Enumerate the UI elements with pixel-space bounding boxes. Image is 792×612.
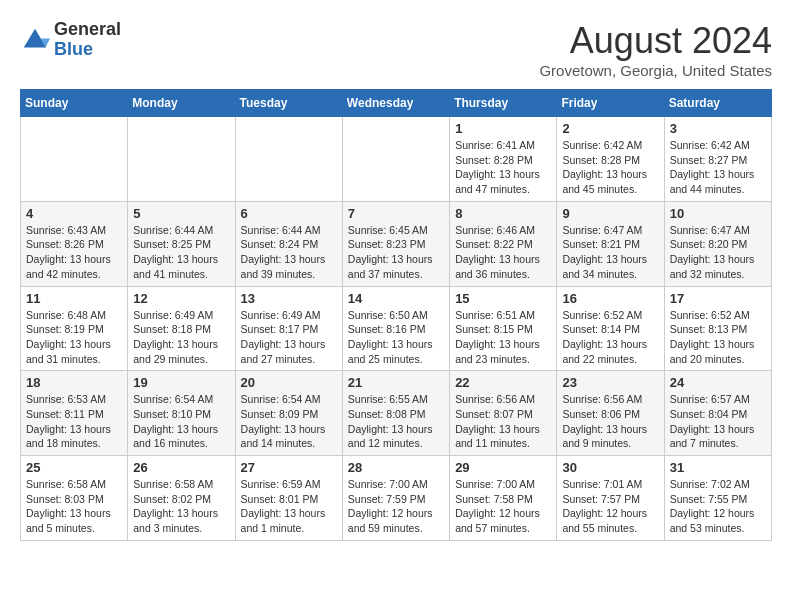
title-block: August 2024 Grovetown, Georgia, United S… [539, 20, 772, 79]
day-number: 4 [26, 206, 122, 221]
day-info: Sunrise: 6:55 AM Sunset: 8:08 PM Dayligh… [348, 392, 444, 451]
logo-blue: Blue [54, 40, 121, 60]
day-info: Sunrise: 6:56 AM Sunset: 8:06 PM Dayligh… [562, 392, 658, 451]
day-number: 24 [670, 375, 766, 390]
day-info: Sunrise: 6:53 AM Sunset: 8:11 PM Dayligh… [26, 392, 122, 451]
week-row-5: 25Sunrise: 6:58 AM Sunset: 8:03 PM Dayli… [21, 456, 772, 541]
header-tuesday: Tuesday [235, 90, 342, 117]
day-cell-w3-d2: 12Sunrise: 6:49 AM Sunset: 8:18 PM Dayli… [128, 286, 235, 371]
day-number: 29 [455, 460, 551, 475]
day-cell-w4-d5: 22Sunrise: 6:56 AM Sunset: 8:07 PM Dayli… [450, 371, 557, 456]
day-cell-w5-d2: 26Sunrise: 6:58 AM Sunset: 8:02 PM Dayli… [128, 456, 235, 541]
day-cell-w4-d2: 19Sunrise: 6:54 AM Sunset: 8:10 PM Dayli… [128, 371, 235, 456]
day-cell-w4-d6: 23Sunrise: 6:56 AM Sunset: 8:06 PM Dayli… [557, 371, 664, 456]
day-number: 11 [26, 291, 122, 306]
day-cell-w1-d2 [128, 117, 235, 202]
day-cell-w2-d6: 9Sunrise: 6:47 AM Sunset: 8:21 PM Daylig… [557, 201, 664, 286]
day-info: Sunrise: 6:42 AM Sunset: 8:27 PM Dayligh… [670, 138, 766, 197]
day-cell-w5-d7: 31Sunrise: 7:02 AM Sunset: 7:55 PM Dayli… [664, 456, 771, 541]
day-cell-w1-d5: 1Sunrise: 6:41 AM Sunset: 8:28 PM Daylig… [450, 117, 557, 202]
day-number: 15 [455, 291, 551, 306]
day-cell-w3-d3: 13Sunrise: 6:49 AM Sunset: 8:17 PM Dayli… [235, 286, 342, 371]
week-row-1: 1Sunrise: 6:41 AM Sunset: 8:28 PM Daylig… [21, 117, 772, 202]
day-number: 7 [348, 206, 444, 221]
day-info: Sunrise: 6:48 AM Sunset: 8:19 PM Dayligh… [26, 308, 122, 367]
day-cell-w5-d6: 30Sunrise: 7:01 AM Sunset: 7:57 PM Dayli… [557, 456, 664, 541]
day-number: 12 [133, 291, 229, 306]
day-number: 16 [562, 291, 658, 306]
day-cell-w2-d5: 8Sunrise: 6:46 AM Sunset: 8:22 PM Daylig… [450, 201, 557, 286]
day-number: 26 [133, 460, 229, 475]
day-info: Sunrise: 6:49 AM Sunset: 8:17 PM Dayligh… [241, 308, 337, 367]
calendar-body: 1Sunrise: 6:41 AM Sunset: 8:28 PM Daylig… [21, 117, 772, 541]
day-number: 8 [455, 206, 551, 221]
day-cell-w1-d3 [235, 117, 342, 202]
day-number: 28 [348, 460, 444, 475]
day-number: 19 [133, 375, 229, 390]
day-info: Sunrise: 6:45 AM Sunset: 8:23 PM Dayligh… [348, 223, 444, 282]
day-cell-w2-d4: 7Sunrise: 6:45 AM Sunset: 8:23 PM Daylig… [342, 201, 449, 286]
day-info: Sunrise: 6:54 AM Sunset: 8:09 PM Dayligh… [241, 392, 337, 451]
day-cell-w1-d4 [342, 117, 449, 202]
day-number: 6 [241, 206, 337, 221]
header-friday: Friday [557, 90, 664, 117]
day-number: 14 [348, 291, 444, 306]
day-info: Sunrise: 6:58 AM Sunset: 8:02 PM Dayligh… [133, 477, 229, 536]
day-info: Sunrise: 6:52 AM Sunset: 8:14 PM Dayligh… [562, 308, 658, 367]
day-info: Sunrise: 6:47 AM Sunset: 8:20 PM Dayligh… [670, 223, 766, 282]
week-row-4: 18Sunrise: 6:53 AM Sunset: 8:11 PM Dayli… [21, 371, 772, 456]
calendar-header: Sunday Monday Tuesday Wednesday Thursday… [21, 90, 772, 117]
day-number: 20 [241, 375, 337, 390]
day-info: Sunrise: 6:44 AM Sunset: 8:25 PM Dayligh… [133, 223, 229, 282]
day-cell-w4-d7: 24Sunrise: 6:57 AM Sunset: 8:04 PM Dayli… [664, 371, 771, 456]
day-cell-w3-d7: 17Sunrise: 6:52 AM Sunset: 8:13 PM Dayli… [664, 286, 771, 371]
logo-general: General [54, 20, 121, 40]
day-info: Sunrise: 6:57 AM Sunset: 8:04 PM Dayligh… [670, 392, 766, 451]
header-saturday: Saturday [664, 90, 771, 117]
day-cell-w4-d3: 20Sunrise: 6:54 AM Sunset: 8:09 PM Dayli… [235, 371, 342, 456]
day-info: Sunrise: 6:47 AM Sunset: 8:21 PM Dayligh… [562, 223, 658, 282]
day-info: Sunrise: 7:00 AM Sunset: 7:58 PM Dayligh… [455, 477, 551, 536]
day-cell-w1-d7: 3Sunrise: 6:42 AM Sunset: 8:27 PM Daylig… [664, 117, 771, 202]
day-info: Sunrise: 6:58 AM Sunset: 8:03 PM Dayligh… [26, 477, 122, 536]
weekday-header-row: Sunday Monday Tuesday Wednesday Thursday… [21, 90, 772, 117]
day-info: Sunrise: 6:51 AM Sunset: 8:15 PM Dayligh… [455, 308, 551, 367]
header-wednesday: Wednesday [342, 90, 449, 117]
page-header: General Blue August 2024 Grovetown, Geor… [20, 20, 772, 79]
calendar-table: Sunday Monday Tuesday Wednesday Thursday… [20, 89, 772, 541]
day-number: 2 [562, 121, 658, 136]
day-number: 31 [670, 460, 766, 475]
week-row-3: 11Sunrise: 6:48 AM Sunset: 8:19 PM Dayli… [21, 286, 772, 371]
day-cell-w3-d4: 14Sunrise: 6:50 AM Sunset: 8:16 PM Dayli… [342, 286, 449, 371]
day-cell-w5-d3: 27Sunrise: 6:59 AM Sunset: 8:01 PM Dayli… [235, 456, 342, 541]
day-info: Sunrise: 6:49 AM Sunset: 8:18 PM Dayligh… [133, 308, 229, 367]
day-number: 21 [348, 375, 444, 390]
day-info: Sunrise: 6:43 AM Sunset: 8:26 PM Dayligh… [26, 223, 122, 282]
day-number: 3 [670, 121, 766, 136]
day-cell-w3-d6: 16Sunrise: 6:52 AM Sunset: 8:14 PM Dayli… [557, 286, 664, 371]
day-info: Sunrise: 6:42 AM Sunset: 8:28 PM Dayligh… [562, 138, 658, 197]
day-info: Sunrise: 6:44 AM Sunset: 8:24 PM Dayligh… [241, 223, 337, 282]
day-number: 25 [26, 460, 122, 475]
day-number: 30 [562, 460, 658, 475]
logo: General Blue [20, 20, 121, 60]
month-title: August 2024 [539, 20, 772, 62]
day-info: Sunrise: 6:59 AM Sunset: 8:01 PM Dayligh… [241, 477, 337, 536]
day-cell-w5-d1: 25Sunrise: 6:58 AM Sunset: 8:03 PM Dayli… [21, 456, 128, 541]
day-info: Sunrise: 6:54 AM Sunset: 8:10 PM Dayligh… [133, 392, 229, 451]
day-info: Sunrise: 7:00 AM Sunset: 7:59 PM Dayligh… [348, 477, 444, 536]
day-cell-w4-d4: 21Sunrise: 6:55 AM Sunset: 8:08 PM Dayli… [342, 371, 449, 456]
day-cell-w2-d2: 5Sunrise: 6:44 AM Sunset: 8:25 PM Daylig… [128, 201, 235, 286]
svg-marker-0 [24, 29, 47, 48]
day-cell-w5-d5: 29Sunrise: 7:00 AM Sunset: 7:58 PM Dayli… [450, 456, 557, 541]
day-info: Sunrise: 7:02 AM Sunset: 7:55 PM Dayligh… [670, 477, 766, 536]
day-info: Sunrise: 6:50 AM Sunset: 8:16 PM Dayligh… [348, 308, 444, 367]
day-info: Sunrise: 7:01 AM Sunset: 7:57 PM Dayligh… [562, 477, 658, 536]
day-number: 1 [455, 121, 551, 136]
day-info: Sunrise: 6:46 AM Sunset: 8:22 PM Dayligh… [455, 223, 551, 282]
logo-icon [20, 25, 50, 55]
day-cell-w4-d1: 18Sunrise: 6:53 AM Sunset: 8:11 PM Dayli… [21, 371, 128, 456]
day-cell-w3-d5: 15Sunrise: 6:51 AM Sunset: 8:15 PM Dayli… [450, 286, 557, 371]
day-number: 5 [133, 206, 229, 221]
day-cell-w5-d4: 28Sunrise: 7:00 AM Sunset: 7:59 PM Dayli… [342, 456, 449, 541]
